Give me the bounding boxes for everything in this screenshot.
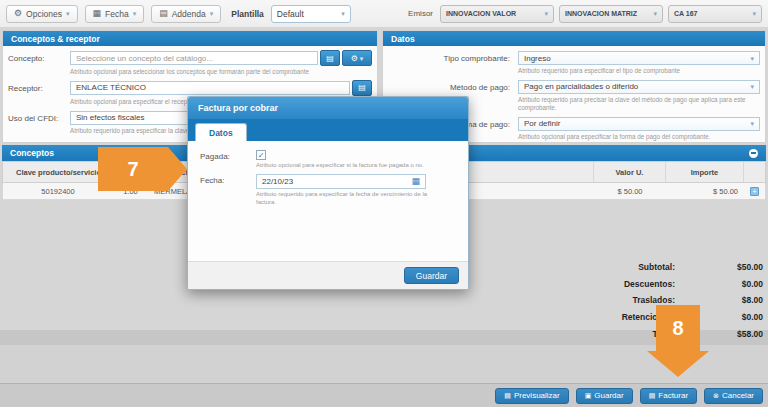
guardar-button[interactable]: ▣ Guardar [576,388,633,404]
chevron-down-icon: ▾ [653,10,657,17]
traslados-label: Traslados: [493,295,675,305]
receptor-search-button[interactable]: ▤ [352,80,372,96]
chevron-down-icon: ▾ [752,10,756,17]
annotation-step-number: 8 [656,305,700,351]
receptor-input[interactable]: ENLACE TÉCNICO [70,81,350,95]
metodo-pago-select[interactable]: Pago en parcialidades o diferido ▾ [518,80,760,94]
tab-datos[interactable]: Datos [195,123,247,141]
facturar-button[interactable]: ▤ Facturar [640,388,697,404]
addenda-icon: ▤ [159,9,168,18]
addenda-label: Addenda [172,9,206,19]
pagada-help: Atributo opcional para especificar si la… [256,162,456,170]
annotation-arrow-8: 8 [647,305,709,377]
fecha-button[interactable]: ▦ Fecha ▾ [85,5,145,23]
previsualizar-label: Previsualizar [514,391,560,400]
facturar-label: Facturar [658,391,688,400]
receptor-label: Receptor: [8,81,70,106]
opciones-button[interactable]: ⚙ Opciones ▾ [6,5,78,23]
uso-cfdi-label: Uso del CFDI: [8,111,70,135]
emisor-1-value: INNOVACION VALOR [446,10,516,17]
arrow-tip [647,351,709,377]
descuentos-value: $0.00 [675,279,763,289]
concepto-settings-button[interactable]: ⚙ ▾ [342,50,372,66]
emisor-select-2[interactable]: INNOVACION MATRIZ ▾ [559,5,663,23]
chevron-down-icon: ▾ [66,10,70,17]
panel-title: Datos [383,31,765,46]
chevron-down-icon: ▾ [750,120,754,127]
column-clave: Clave producto/servicio [3,162,113,182]
receptor-value: ENLACE TÉCNICO [76,83,146,92]
plantilla-label: Plantilla [231,9,264,19]
tipo-comprobante-value: Ingreso [524,54,551,63]
save-icon: ▣ [585,392,592,400]
cancelar-label: Cancelar [722,391,754,400]
top-toolbar: ⚙ Opciones ▾ ▦ Fecha ▾ ▤ Addenda ▾ Plant… [0,0,768,28]
totals-block: Subtotal:$50.00 Descuentos:$0.00 Traslad… [493,259,763,342]
chevron-down-icon: ▾ [133,10,137,17]
chevron-down-icon: ▾ [210,10,214,17]
concepto-input[interactable]: Seleccione un concepto del catálogo... [70,51,318,65]
fecha-help: Atributo requerido para especificar la f… [256,191,428,207]
document-icon: ▤ [326,54,334,63]
descuentos-label: Descuentos: [493,279,675,289]
dialog-footer: Guardar [188,261,468,289]
chevron-down-icon: ▾ [341,10,345,17]
addenda-button[interactable]: ▤ Addenda ▾ [151,5,221,23]
conceptos-title: Conceptos [10,148,54,158]
fecha-value: 22/10/23 [262,177,293,186]
metodo-pago-value: Pago en parcialidades o diferido [524,82,638,91]
tipo-comprobante-select[interactable]: Ingreso ▾ [518,51,760,65]
gear-icon: ⚙ [351,54,358,63]
column-valor-u: Valor U. [594,162,666,182]
emisor-select-3[interactable]: CA 167 ▾ [668,5,762,23]
emisor-label: Emisor [408,9,433,18]
catalog-button[interactable]: ▤ [320,50,340,66]
plantilla-select[interactable]: Default ▾ [271,5,351,23]
emisor-group: Emisor INNOVACION VALOR ▾ INNOVACION MAT… [408,5,762,23]
dialog-body: Pagada: ✓ Atributo opcional para especif… [188,141,468,263]
dialog-title: Factura por cobrar [188,97,468,119]
chevron-down-icon: ▾ [360,55,364,62]
cell-clave: 50192400 [3,187,113,196]
document-icon: ▤ [358,83,366,92]
preview-icon: ▤ [504,392,511,400]
action-bar: ▤ Previsualizar ▣ Guardar ▤ Facturar ⊗ C… [0,383,768,407]
concepto-label: Concepto: [8,51,70,76]
app-window: ⚙ Opciones ▾ ▦ Fecha ▾ ▤ Addenda ▾ Plant… [0,0,768,407]
traslados-value: $8.00 [675,295,763,305]
uso-cfdi-value: Sin efectos fiscales [76,113,144,122]
panel-title: Conceptos & receptor [3,31,377,46]
pagada-label: Pagada: [200,150,256,170]
previsualizar-button[interactable]: ▤ Previsualizar [495,388,568,404]
concepto-placeholder: Seleccione un concepto del catálogo... [76,54,213,63]
tipo-comprobante-help: Atributo requerido para especificar el t… [518,67,760,75]
cancelar-button[interactable]: ⊗ Cancelar [704,388,763,404]
fecha-label: Fecha: [200,174,256,207]
row-expand-button[interactable]: + [750,187,759,196]
plantilla-value: Default [277,9,304,19]
gear-icon: ⚙ [14,9,22,18]
fecha-input[interactable]: 22/10/23 ▦ [256,174,426,189]
emisor-select-1[interactable]: INNOVACION VALOR ▾ [440,5,554,23]
calendar-icon[interactable]: ▦ [411,176,420,186]
cell-importe: $ 50.00 [666,187,744,196]
chevron-down-icon: ▾ [544,10,548,17]
emisor-3-value: CA 167 [674,10,697,17]
column-actions [744,162,765,182]
collapse-icon[interactable] [749,149,758,158]
emisor-2-value: INNOVACION MATRIZ [565,10,637,17]
pagada-checkbox[interactable]: ✓ [256,150,266,160]
dialog-guardar-button[interactable]: Guardar [404,267,459,284]
metodo-pago-help: Atributo requerido para precisar la clav… [518,96,753,112]
forma-pago-value: Por definir [524,119,560,128]
chevron-down-icon: ▾ [750,55,754,62]
subtotal-label: Subtotal: [493,262,675,272]
calendar-icon: ▦ [93,9,102,18]
annotation-arrow-7: 7 [98,147,187,191]
subtotal-value: $50.00 [675,262,763,272]
factura-por-cobrar-dialog: Factura por cobrar Datos Pagada: ✓ Atrib… [187,96,469,290]
column-importe: Importe [666,162,744,182]
forma-pago-select[interactable]: Por definir ▾ [518,117,760,131]
cell-valor-u: $ 50.00 [594,187,666,196]
guardar-label: Guardar [594,391,623,400]
